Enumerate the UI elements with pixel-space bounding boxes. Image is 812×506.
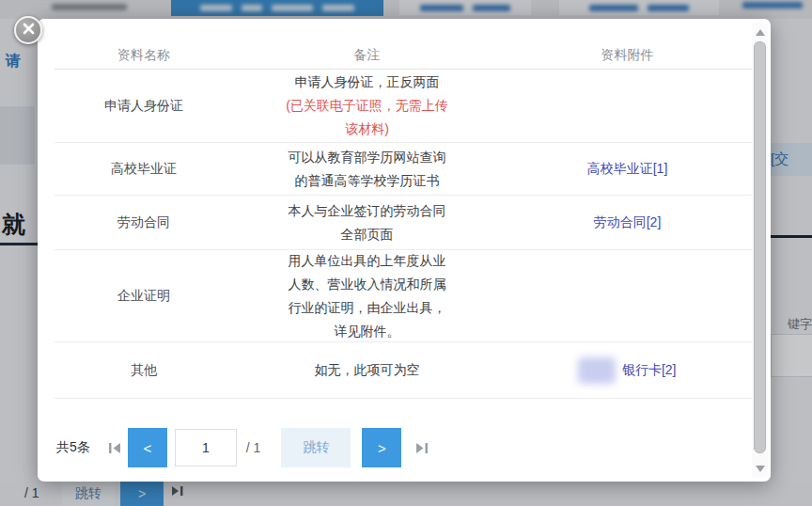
close-button[interactable]	[14, 16, 42, 44]
table-row: 劳动合同 本人与企业签订的劳动合同 全部页面 劳动合同[2]	[55, 196, 754, 250]
table-row: 高校毕业证 可以从教育部学历网站查询 的普通高等学校学历证书 高校毕业证[1]	[55, 143, 754, 196]
material-remark: 用人单位出具的上年度从业 人数、营业收入情况和所属 行业的证明，由企业出具， 详…	[289, 249, 446, 343]
material-remark: 本人与企业签订的劳动合同 全部页面	[289, 199, 446, 246]
total-count-label: 共5条	[56, 439, 90, 456]
page-number-input[interactable]	[175, 429, 237, 466]
table-header-row: 资料名称 备注 资料附件	[55, 41, 754, 70]
modal-pagination: 共5条 < / 1 跳转 >	[56, 427, 431, 468]
attachment-link[interactable]: 银行卡[2]	[622, 362, 677, 377]
table-row: 企业证明 用人单位出具的上年度从业 人数、营业收入情况和所属 行业的证明，由企业…	[55, 250, 754, 342]
modal-scrollbar[interactable]	[752, 23, 768, 478]
attachment-link[interactable]: 劳动合同[2]	[594, 214, 662, 229]
header-attachment: 资料附件	[501, 47, 754, 64]
materials-table: 资料名称 备注 资料附件 申请人身份证 申请人身份证，正反两面 (已关联电子证照…	[55, 41, 754, 399]
material-remark: 如无，此项可为空	[315, 358, 420, 382]
first-page-icon[interactable]	[105, 442, 126, 454]
header-remark: 备注	[233, 47, 501, 64]
scrollbar-thumb[interactable]	[754, 41, 766, 453]
close-icon	[23, 22, 35, 39]
jump-button[interactable]: 跳转	[281, 428, 351, 467]
prev-page-button[interactable]: <	[128, 428, 167, 467]
table-row: 其他 如无，此项可为空 银行卡[2]	[55, 342, 754, 399]
last-page-icon[interactable]	[411, 442, 431, 454]
next-page-button[interactable]: >	[362, 428, 401, 467]
material-name: 劳动合同	[55, 214, 233, 231]
materials-modal: 资料名称 备注 资料附件 申请人身份证 申请人身份证，正反两面 (已关联电子证照…	[38, 19, 771, 482]
redacted-attachment-thumbnail	[578, 357, 616, 384]
material-remark: 可以从教育部学历网站查询 的普通高等学校学历证书	[289, 146, 446, 193]
attachment-link[interactable]: 高校毕业证[1]	[587, 161, 668, 176]
header-material-name: 资料名称	[55, 47, 233, 64]
scrollbar-down-arrow-icon[interactable]	[752, 461, 768, 476]
material-remark: 申请人身份证，正反两面 (已关联电子证照，无需上传 该材料)	[286, 71, 448, 141]
page-count-suffix: / 1	[246, 440, 261, 455]
material-name: 高校毕业证	[55, 161, 233, 178]
scrollbar-up-arrow-icon[interactable]	[752, 24, 768, 40]
material-name: 其他	[55, 362, 233, 379]
material-name: 申请人身份证	[55, 98, 233, 115]
screen: 请 就 [交 键字 / 1 跳转 > 资料名称 备注 资料附	[0, 0, 812, 506]
table-row: 申请人身份证 申请人身份证，正反两面 (已关联电子证照，无需上传 该材料)	[55, 70, 754, 143]
material-name: 企业证明	[55, 288, 233, 305]
